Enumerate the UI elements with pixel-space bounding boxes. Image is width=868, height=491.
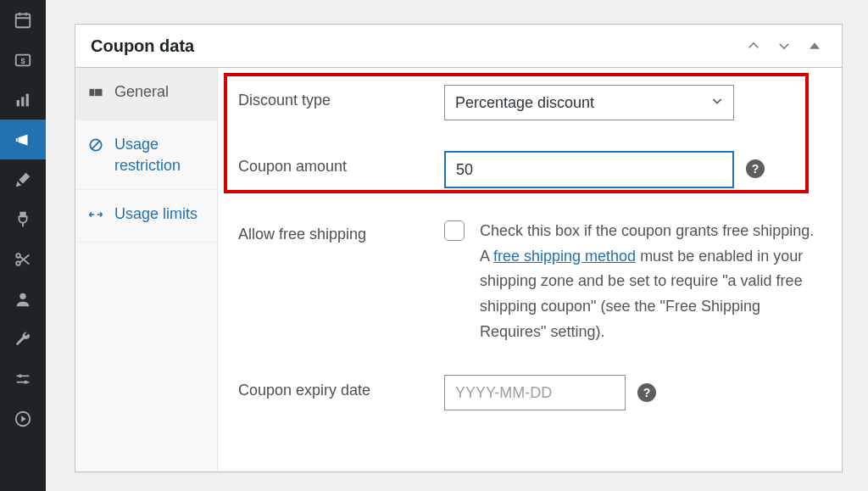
plug-icon xyxy=(14,210,32,229)
tab-general[interactable]: General xyxy=(75,68,217,120)
panel-toggle[interactable] xyxy=(804,36,825,56)
label-free-shipping: Allow free shipping xyxy=(238,219,444,243)
sidebar-item-snippets[interactable] xyxy=(0,239,46,279)
label-expiry-date: Coupon expiry date xyxy=(238,375,444,399)
sidebar-item-analytics[interactable] xyxy=(0,80,46,120)
sidebar-item-tools[interactable] xyxy=(0,319,46,359)
user-icon xyxy=(14,290,32,309)
coupon-amount-input[interactable] xyxy=(444,151,734,188)
paintbrush-icon xyxy=(14,170,32,189)
coupon-tabs: General Usage restriction Usage limits xyxy=(75,68,218,471)
play-circle-icon xyxy=(14,410,32,428)
arrows-in-icon xyxy=(87,206,104,228)
expiry-date-input[interactable] xyxy=(444,375,626,410)
svg-rect-7 xyxy=(21,97,24,106)
discount-type-select[interactable]: Percentage discount xyxy=(444,85,734,120)
svg-point-13 xyxy=(19,293,25,299)
tab-label-general: General xyxy=(114,81,205,102)
panel-move-down[interactable] xyxy=(774,36,794,56)
field-discount-type: Discount type Percentage discount xyxy=(238,85,821,120)
tab-usage-restriction[interactable]: Usage restriction xyxy=(75,120,217,190)
svg-rect-0 xyxy=(16,14,31,27)
main-content: Coupon data General xyxy=(46,0,868,491)
tab-usage-limits[interactable]: Usage limits xyxy=(75,190,217,243)
panel-move-up[interactable] xyxy=(743,36,764,56)
sidebar-item-users[interactable] xyxy=(0,279,46,319)
calendar-icon xyxy=(14,11,32,30)
svg-rect-17 xyxy=(25,380,27,383)
ban-icon xyxy=(87,137,104,159)
panel-header: Coupon data xyxy=(75,25,842,68)
sidebar-item-payments[interactable]: $ xyxy=(0,40,46,80)
sidebar-item-media[interactable] xyxy=(0,399,46,438)
tab-label-restriction: Usage restriction xyxy=(114,134,205,176)
svg-rect-6 xyxy=(17,100,19,106)
coupon-data-panel: Coupon data General xyxy=(75,24,843,472)
svg-line-12 xyxy=(19,254,29,262)
free-shipping-method-link[interactable]: free shipping method xyxy=(493,248,636,265)
bar-chart-icon xyxy=(14,91,32,109)
chevron-up-icon xyxy=(746,38,761,53)
dollar-icon: $ xyxy=(14,51,32,70)
sliders-icon xyxy=(14,370,32,388)
free-shipping-checkbox[interactable] xyxy=(444,220,465,241)
panel-title: Coupon data xyxy=(91,36,194,56)
svg-line-24 xyxy=(92,142,99,149)
field-coupon-amount: Coupon amount ? xyxy=(238,151,821,188)
caret-up-icon xyxy=(807,38,822,53)
scissors-icon xyxy=(14,250,32,269)
field-expiry-date: Coupon expiry date ? xyxy=(238,375,821,410)
ticket-icon xyxy=(87,84,104,106)
general-tab-form: Discount type Percentage discount xyxy=(218,68,842,471)
megaphone-icon xyxy=(14,131,32,149)
sidebar-item-appearance[interactable] xyxy=(0,159,46,199)
label-discount-type: Discount type xyxy=(238,85,444,109)
help-icon[interactable]: ? xyxy=(746,159,765,178)
svg-rect-21 xyxy=(90,89,103,96)
tab-label-limits: Usage limits xyxy=(114,204,205,224)
help-icon[interactable]: ? xyxy=(637,383,656,402)
svg-rect-8 xyxy=(26,93,29,106)
panel-body: General Usage restriction Usage limits xyxy=(75,68,842,471)
sidebar-item-settings[interactable] xyxy=(0,359,46,399)
svg-line-11 xyxy=(19,256,29,264)
field-free-shipping: Allow free shipping Check this box if th… xyxy=(238,219,821,344)
chevron-down-icon xyxy=(776,38,792,53)
svg-rect-16 xyxy=(19,374,21,377)
admin-sidebar: $ xyxy=(0,0,46,491)
svg-marker-20 xyxy=(810,42,820,49)
svg-text:$: $ xyxy=(20,56,25,64)
free-shipping-description: Check this box if the coupon grants free… xyxy=(480,219,817,344)
sidebar-item-plugins[interactable] xyxy=(0,199,46,239)
sidebar-item-calendar[interactable] xyxy=(0,0,46,40)
svg-marker-19 xyxy=(21,416,26,421)
wrench-icon xyxy=(14,330,32,349)
svg-rect-22 xyxy=(94,89,95,96)
label-coupon-amount: Coupon amount xyxy=(238,151,444,176)
sidebar-item-marketing[interactable] xyxy=(0,120,46,159)
